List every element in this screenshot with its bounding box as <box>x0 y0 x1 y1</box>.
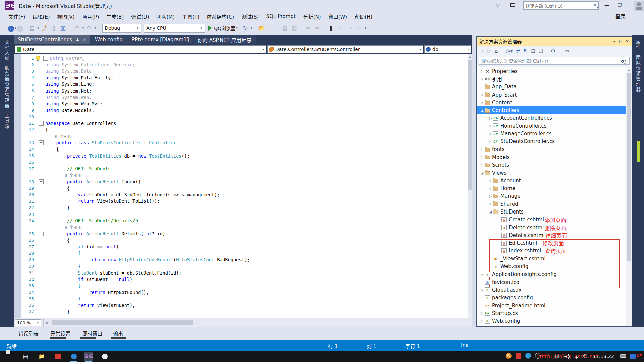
tree-item-Account[interactable]: ▷Account <box>477 177 627 184</box>
code-row[interactable]: 27 if (id == null) <box>21 243 250 250</box>
right-strip-tab-1[interactable]: 团队资源管理器 <box>635 55 641 93</box>
tree-item-Content[interactable]: ▷Content <box>477 99 627 106</box>
menu-item-7[interactable]: 工具(T) <box>178 12 203 21</box>
file-explorer-button[interactable]: 📁 <box>37 352 46 361</box>
tray-icon-shield[interactable] <box>525 353 531 360</box>
collapse-all-icon[interactable]: ⊟ <box>531 48 535 54</box>
editor-vertical-scrollbar[interactable]: ▲ <box>468 54 472 319</box>
tree-item-Controllers[interactable]: ◢Controllers <box>477 106 627 114</box>
tree-collapse-arrow[interactable]: ▷ <box>479 147 485 151</box>
menu-item-12[interactable]: 窗口(W) <box>325 12 351 21</box>
minimize-button[interactable]: — <box>601 0 612 10</box>
code-row[interactable]: 10 <box>21 114 250 120</box>
tree-item-App_Start[interactable]: ▷App_Start <box>477 91 627 99</box>
scissors-icon[interactable]: ✂ <box>565 48 570 54</box>
tree-item-packages.config[interactable]: ⚙packages.config <box>477 294 627 302</box>
code-row[interactable]: 37 } <box>21 308 250 315</box>
start-button[interactable] <box>3 352 13 361</box>
refresh-button[interactable]: ↻ <box>241 24 249 32</box>
prev-bookmark-button[interactable]: ↩ <box>336 24 344 32</box>
tree-item-AccountController.cs[interactable]: ▷C#AccountController.cs <box>477 114 627 122</box>
menu-item-13[interactable]: 帮助(H) <box>351 12 376 21</box>
code-row[interactable]: 0 个引用 <box>21 133 250 139</box>
next-bookmark-button[interactable]: ↪ <box>346 24 354 32</box>
find-in-files-icon[interactable]: 📂 <box>258 24 266 32</box>
tree-item-_ViewStart.cshtml[interactable]: @_ViewStart.cshtml <box>477 255 627 262</box>
menu-item-0[interactable]: 文件(F) <box>5 12 29 21</box>
tree-expanded-arrow[interactable]: ◢ <box>488 210 493 214</box>
properties-icon[interactable]: ⚙ <box>551 48 555 54</box>
code-row[interactable]: 16 <box>21 159 250 165</box>
code-row[interactable]: 30 } <box>21 263 250 269</box>
doc-tab-0[interactable]: StuDentsController.cs× <box>14 35 90 44</box>
bottom-tab-2[interactable]: 即时窗口 <box>82 330 102 337</box>
code-row[interactable]: 8using System.Web.Mvc; <box>21 101 250 107</box>
pin-icon[interactable]: ⊢ <box>619 39 622 44</box>
tree-collapse-arrow[interactable]: ▷ <box>488 202 493 206</box>
menu-item-8[interactable]: 体系结构(C) <box>203 12 238 21</box>
code-row[interactable]: 36 return View(stuDent); <box>21 302 250 308</box>
right-strip-tab-0[interactable]: 属性 <box>635 40 641 50</box>
tree-item-Delete.cshtml[interactable]: @Delete.cshtml删除页面 <box>477 224 627 231</box>
tree-collapse-arrow[interactable]: ▷ <box>479 288 485 292</box>
menu-item-10[interactable]: SQL Prompt <box>262 12 299 21</box>
code-row[interactable]: 21 return View(stuDent.ToList()); <box>21 198 250 204</box>
tree-item-Edit.cshtml[interactable]: @Edit.cshtml修改页面 <box>477 239 627 247</box>
code-row[interactable]: 12{ <box>21 126 250 133</box>
bottom-tab-3[interactable]: 输出 <box>113 330 123 337</box>
code-row[interactable]: 34 return HttpNotFound(); <box>21 289 250 295</box>
tree-item-Manage[interactable]: ▷Manage <box>477 192 627 200</box>
tree-item-Views[interactable]: ◢Views <box>477 169 627 177</box>
menu-item-6[interactable]: 团队(M) <box>153 12 179 21</box>
code-row[interactable]: 14 { <box>21 146 250 152</box>
outline-marker[interactable] <box>37 231 45 237</box>
tree-item-Web.config[interactable]: ⚙Web.config <box>477 262 627 270</box>
bottom-tab-1[interactable]: 异常设置 <box>50 330 70 337</box>
code-row[interactable]: 20 var stuDent = db.StuDent.Include(s =>… <box>21 191 250 198</box>
window-position-dropdown[interactable]: ▾ <box>613 39 615 44</box>
save-all-button[interactable]: ▯▯ <box>59 24 67 32</box>
sogou-tray-icon[interactable]: S <box>506 353 512 359</box>
navigate-back-dropdown[interactable]: ▾ <box>15 26 16 30</box>
pin-icon[interactable] <box>76 38 79 42</box>
doc-tab-3[interactable]: 你的 ASP.NET 应用程序 <box>194 35 256 44</box>
redo-button[interactable]: ↷ <box>85 24 93 32</box>
account-avatar[interactable] <box>634 1 644 11</box>
tree-item-Models[interactable]: ▷Models <box>477 153 627 161</box>
tree-collapse-arrow[interactable]: ▷ <box>488 140 493 143</box>
lightbulb-icon[interactable] <box>36 56 40 60</box>
tree-item-App_Data[interactable]: App_Data <box>477 83 627 91</box>
breakpoint-margin[interactable] <box>14 54 21 319</box>
code-row[interactable]: 35 } <box>21 295 250 302</box>
tree-item-Home[interactable]: ▷Home <box>477 184 627 192</box>
tree-collapse-arrow[interactable]: ▷ <box>488 124 493 128</box>
redo-dropdown[interactable]: ▾ <box>95 26 96 30</box>
code-row[interactable]: 19 { <box>21 185 250 191</box>
doc-tab-1[interactable]: Web.config <box>91 35 127 44</box>
menu-item-11[interactable]: 分析(N) <box>300 12 325 21</box>
scrollbar-thumb[interactable] <box>468 60 472 190</box>
tree-item-ManageController.cs[interactable]: ▷C#ManageController.cs <box>477 130 627 137</box>
code-row[interactable]: 13 public class StuDentsController : Con… <box>21 139 250 146</box>
add-item-button[interactable]: ⤴ <box>40 24 48 32</box>
menu-item-2[interactable]: 视图(V) <box>54 12 78 21</box>
tree-item-fonts[interactable]: ▷fonts <box>477 145 627 153</box>
sync-with-active-document-icon[interactable]: ⇄ <box>516 48 520 54</box>
undo-button[interactable]: ↶ <box>73 24 81 32</box>
tree-collapse-arrow[interactable]: ▷ <box>488 116 493 120</box>
pending-changes-filter-icon[interactable]: ◷▾ <box>506 48 513 54</box>
toolbar-overflow[interactable]: ▾ <box>365 26 366 30</box>
editor-horizontal-scrollbar[interactable]: ◀ <box>43 318 472 327</box>
solution-configuration-combo[interactable]: Debug▾ <box>102 24 141 33</box>
code-row[interactable]: 1using System; <box>21 55 250 61</box>
menu-item-3[interactable]: 项目(P) <box>78 12 103 21</box>
outline-marker[interactable] <box>37 178 45 185</box>
member-combo[interactable]: db▾ <box>424 45 471 53</box>
browser-dropdown[interactable]: ▾ <box>236 26 238 30</box>
refresh-icon[interactable]: ↻ <box>524 48 528 54</box>
code-row[interactable]: 9using Date.Models; <box>21 107 250 113</box>
foxmail-app-button[interactable] <box>53 352 62 361</box>
keyboard-icon[interactable]: ⌨ <box>620 354 626 359</box>
code-row[interactable]: 22 } <box>21 204 250 211</box>
tree-collapse-arrow[interactable]: ▷ <box>488 194 493 198</box>
